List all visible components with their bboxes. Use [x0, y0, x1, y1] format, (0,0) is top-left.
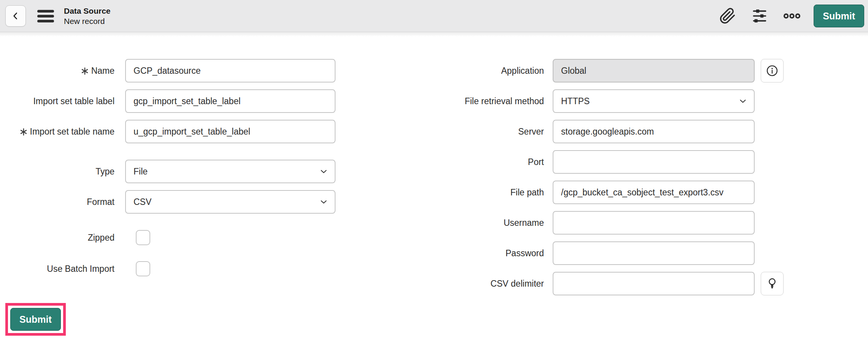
field-row-import-set-table-name: Import set table name — [19, 120, 365, 143]
server-input[interactable] — [553, 120, 755, 143]
csv-delimiter-input[interactable] — [553, 272, 755, 295]
type-label: Type — [19, 166, 114, 178]
personalize-form-button[interactable] — [750, 8, 769, 24]
file-retrieval-method-label: File retrieval method — [449, 95, 544, 107]
hamburger-icon[interactable] — [37, 10, 54, 22]
field-row-use-batch-import: Use Batch Import — [19, 261, 365, 276]
record-type-title: Data Source — [64, 6, 111, 16]
username-input[interactable] — [553, 211, 755, 235]
asterisk-icon — [81, 67, 89, 75]
sliders-icon — [750, 8, 769, 24]
form-column-right: Application File retrieval method HTTPS … — [449, 59, 852, 302]
type-select-value: File — [134, 167, 148, 177]
record-subtitle: New record — [64, 16, 111, 26]
application-label: Application — [449, 65, 544, 77]
file-path-label: File path — [449, 187, 544, 198]
more-options-button[interactable] — [783, 11, 801, 21]
import-set-table-label-label: Import set table label — [19, 95, 114, 107]
format-select[interactable]: CSV — [125, 190, 335, 214]
chevron-down-icon — [319, 167, 329, 176]
back-button[interactable] — [5, 5, 26, 27]
file-retrieval-method-select[interactable]: HTTPS — [553, 89, 755, 113]
paperclip-icon — [719, 8, 736, 24]
file-retrieval-method-select-value: HTTPS — [561, 96, 590, 106]
format-label: Format — [19, 196, 114, 208]
header-submit-button[interactable]: Submit — [814, 5, 864, 27]
info-icon — [765, 64, 779, 78]
attachment-button[interactable] — [719, 8, 736, 24]
csv-delimiter-hint-button[interactable] — [761, 272, 784, 295]
chevron-left-icon — [11, 11, 21, 21]
application-input — [553, 59, 755, 82]
chevron-down-icon — [319, 197, 329, 207]
header-shadow — [0, 33, 868, 36]
csv-delimiter-label: CSV delimiter — [449, 278, 544, 290]
password-input[interactable] — [553, 241, 755, 265]
form-header: Data Source New record Submit — [0, 0, 868, 32]
port-input[interactable] — [553, 150, 755, 174]
username-label: Username — [449, 217, 544, 229]
application-info-button[interactable] — [761, 59, 784, 82]
field-row-file-retrieval-method: File retrieval method HTTPS — [449, 89, 852, 113]
field-row-server: Server — [449, 120, 852, 143]
field-row-name: Name — [19, 59, 365, 82]
use-batch-import-label: Use Batch Import — [19, 263, 114, 275]
import-set-table-name-label: Import set table name — [19, 126, 114, 138]
type-select[interactable]: File — [125, 160, 335, 183]
page-title: Data Source New record — [64, 6, 111, 26]
server-label: Server — [449, 126, 544, 138]
field-row-port: Port — [449, 150, 852, 174]
format-select-value: CSV — [134, 197, 151, 207]
field-row-type: Type File — [19, 160, 365, 183]
field-row-username: Username — [449, 211, 852, 235]
name-input[interactable] — [125, 59, 335, 82]
form-column-left: Name Import set table label Import set t… — [19, 59, 365, 283]
annotation-highlight-box: Submit — [5, 303, 66, 336]
chevron-down-icon — [738, 96, 748, 106]
field-row-zipped: Zipped — [19, 230, 365, 245]
field-row-file-path: File path — [449, 181, 852, 204]
field-row-password: Password — [449, 241, 852, 265]
import-set-table-name-input[interactable] — [125, 120, 335, 143]
password-label: Password — [449, 247, 544, 259]
file-path-input[interactable] — [553, 181, 755, 204]
import-set-table-label-input[interactable] — [125, 89, 335, 113]
zipped-label: Zipped — [19, 232, 114, 244]
field-row-import-set-table-label: Import set table label — [19, 89, 365, 113]
lightbulb-icon — [765, 277, 779, 290]
field-row-csv-delimiter: CSV delimiter — [449, 272, 852, 295]
form-submit-button[interactable]: Submit — [10, 308, 61, 331]
ellipsis-icon — [783, 11, 801, 21]
asterisk-icon — [19, 128, 28, 136]
port-label: Port — [449, 156, 544, 168]
name-label: Name — [19, 65, 114, 77]
field-row-format: Format CSV — [19, 190, 365, 214]
use-batch-import-checkbox[interactable] — [136, 261, 150, 276]
zipped-checkbox[interactable] — [136, 230, 150, 245]
field-row-application: Application — [449, 59, 852, 82]
